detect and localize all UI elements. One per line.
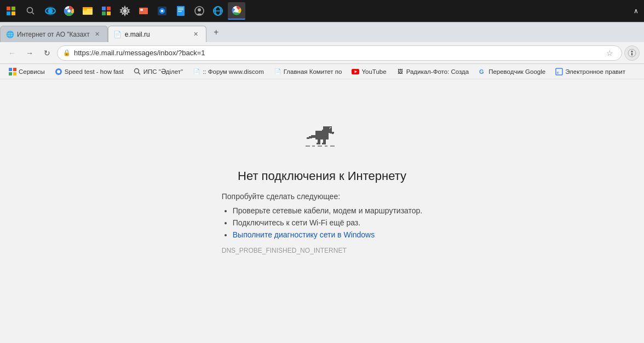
bookmark-forum-label: :: Форум www.discom bbox=[203, 68, 264, 75]
svg-text:G: G bbox=[479, 68, 484, 75]
url-input[interactable] bbox=[74, 49, 600, 57]
svg-rect-42 bbox=[9, 72, 12, 75]
svg-point-31 bbox=[198, 8, 201, 11]
error-item-3: Выполните диагностику сети в Windows bbox=[233, 230, 423, 239]
bookmark-egov-label: Электронное правит bbox=[565, 68, 625, 75]
taskbar-apps bbox=[42, 2, 245, 20]
error-suggestions: Попробуйте сделать следующее: Проверьте … bbox=[222, 192, 423, 254]
svg-rect-43 bbox=[13, 72, 16, 75]
taskbar-settings-icon[interactable] bbox=[116, 2, 134, 20]
svg-rect-62 bbox=[307, 137, 309, 139]
bookmark-translate-icon: G bbox=[479, 68, 486, 75]
bookmark-egov[interactable]: e Электронное правит bbox=[551, 66, 630, 78]
taskbar-search[interactable] bbox=[22, 2, 39, 20]
svg-point-8 bbox=[48, 9, 53, 14]
tab1-favicon: 🌐 bbox=[6, 31, 14, 38]
tab1-close[interactable]: ✕ bbox=[93, 30, 102, 39]
browser-toolbar: ← → ↻ 🔒 ☆ bbox=[0, 42, 644, 64]
bookmark-star[interactable]: ☆ bbox=[603, 46, 616, 60]
svg-rect-66 bbox=[322, 143, 326, 144]
svg-line-5 bbox=[32, 13, 34, 15]
bookmark-youtube-label: YouTube bbox=[361, 68, 386, 75]
bookmark-komitet-icon: 📄 bbox=[274, 68, 281, 75]
reload-button[interactable]: ↻ bbox=[39, 45, 55, 61]
svg-line-47 bbox=[138, 72, 140, 74]
bookmark-youtube[interactable]: YouTube bbox=[347, 66, 390, 78]
svg-rect-27 bbox=[178, 8, 183, 9]
bookmark-forum[interactable]: 📄 :: Форум www.discom bbox=[188, 66, 268, 78]
taskbar-app4-icon[interactable] bbox=[172, 2, 189, 20]
tab2-favicon: 📄 bbox=[114, 31, 122, 38]
new-tab-button[interactable]: + bbox=[209, 25, 224, 40]
bookmark-services-label: Сервисы bbox=[19, 68, 45, 75]
svg-point-38 bbox=[631, 50, 633, 52]
svg-point-4 bbox=[27, 8, 33, 13]
bookmark-speedtest-icon bbox=[55, 68, 62, 75]
bookmark-adilet[interactable]: ИПС "Әділет" bbox=[129, 66, 187, 78]
bookmark-adilet-label: ИПС "Әділет" bbox=[143, 68, 183, 75]
bookmark-speedtest[interactable]: Speed test - how fast bbox=[50, 66, 128, 78]
taskbar-app3-icon[interactable] bbox=[153, 2, 171, 20]
svg-point-46 bbox=[134, 68, 139, 73]
bookmark-youtube-icon bbox=[352, 68, 359, 75]
page-content: Нет подключения к Интернету Попробуйте с… bbox=[0, 79, 644, 254]
taskbar-chrome2-icon[interactable] bbox=[228, 2, 245, 20]
bookmark-services-icon bbox=[9, 68, 16, 75]
back-button[interactable]: ← bbox=[4, 45, 20, 61]
diagnostics-link[interactable]: Выполните диагностику сети в Windows bbox=[233, 230, 375, 239]
taskbar-ie-icon[interactable] bbox=[42, 2, 59, 20]
svg-point-45 bbox=[57, 70, 60, 73]
bookmark-radikal-label: Радикал-Фото: Созда bbox=[406, 68, 469, 75]
taskbar-store-icon[interactable] bbox=[97, 2, 115, 20]
taskbar-ie2-icon[interactable] bbox=[209, 2, 227, 20]
tab2-close[interactable]: ✕ bbox=[192, 30, 200, 39]
svg-rect-40 bbox=[9, 68, 12, 71]
svg-rect-0 bbox=[7, 7, 10, 10]
svg-rect-29 bbox=[178, 11, 182, 12]
bookmark-komitet-label: Главная Комитет по bbox=[284, 68, 342, 75]
svg-rect-2 bbox=[7, 11, 10, 15]
extension-icon[interactable] bbox=[624, 45, 640, 61]
svg-rect-15 bbox=[83, 7, 93, 9]
svg-rect-1 bbox=[12, 7, 15, 10]
bookmark-services[interactable]: Сервисы bbox=[4, 66, 49, 78]
taskbar-app5-icon[interactable] bbox=[191, 2, 208, 20]
taskbar-explorer-icon[interactable] bbox=[79, 2, 96, 20]
bookmark-egov-icon: e bbox=[555, 68, 563, 75]
forward-button[interactable]: → bbox=[22, 45, 37, 61]
bookmark-translate[interactable]: G Переводчик Google bbox=[474, 66, 550, 78]
taskbar-chrome-icon[interactable] bbox=[60, 2, 78, 20]
svg-point-36 bbox=[235, 9, 238, 12]
taskbar-app2-icon[interactable] bbox=[135, 2, 152, 20]
svg-rect-59 bbox=[332, 133, 334, 134]
bookmark-forum-icon: 📄 bbox=[193, 68, 200, 75]
svg-text:e: e bbox=[557, 69, 560, 74]
svg-rect-16 bbox=[102, 7, 106, 10]
svg-point-20 bbox=[123, 9, 127, 13]
taskbar-right: ∧ bbox=[630, 7, 642, 15]
svg-rect-57 bbox=[330, 128, 331, 129]
svg-rect-55 bbox=[322, 130, 325, 133]
bookmark-translate-label: Переводчик Google bbox=[488, 68, 545, 75]
svg-rect-17 bbox=[107, 7, 111, 10]
error-title: Нет подключения к Интернету bbox=[238, 169, 406, 183]
svg-rect-70 bbox=[312, 146, 315, 147]
tab2-title: e.mail.ru bbox=[125, 31, 188, 38]
svg-rect-68 bbox=[325, 135, 327, 137]
svg-rect-19 bbox=[107, 11, 111, 15]
bookmark-adilet-icon bbox=[134, 68, 141, 75]
svg-rect-72 bbox=[325, 146, 327, 147]
error-code: DNS_PROBE_FINISHED_NO_INTERNET bbox=[222, 247, 423, 254]
start-button[interactable] bbox=[2, 2, 20, 20]
taskbar-show-hidden[interactable]: ∧ bbox=[630, 7, 642, 15]
tab-email[interactable]: 📄 e.mail.ru ✕ bbox=[108, 26, 206, 42]
dino-image bbox=[306, 123, 338, 153]
bookmark-komitet[interactable]: 📄 Главная Комитет по bbox=[269, 66, 347, 78]
tab-internet[interactable]: 🌐 Интернет от АО "Казахт ✕ bbox=[0, 26, 108, 42]
address-bar[interactable]: 🔒 ☆ bbox=[57, 45, 622, 61]
svg-rect-41 bbox=[13, 68, 16, 71]
bookmark-radikal[interactable]: 🖼 Радикал-Фото: Созда bbox=[392, 66, 474, 78]
error-subtitle: Попробуйте сделать следующее: bbox=[222, 192, 423, 201]
svg-rect-71 bbox=[318, 146, 322, 147]
svg-rect-3 bbox=[12, 11, 15, 15]
